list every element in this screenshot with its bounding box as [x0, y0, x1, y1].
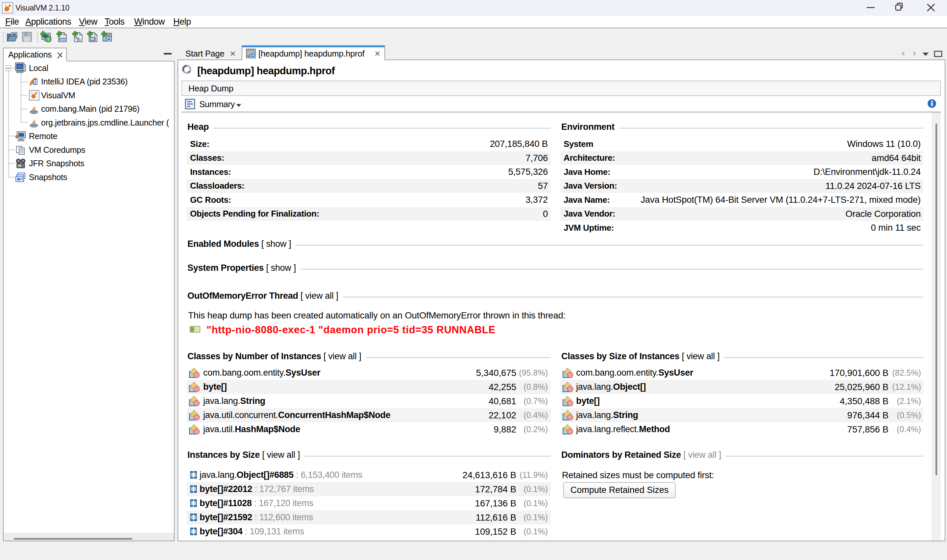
svg-text:B: B	[34, 79, 37, 85]
svg-text:JMX: JMX	[60, 38, 66, 41]
svg-text:01: 01	[77, 38, 81, 42]
